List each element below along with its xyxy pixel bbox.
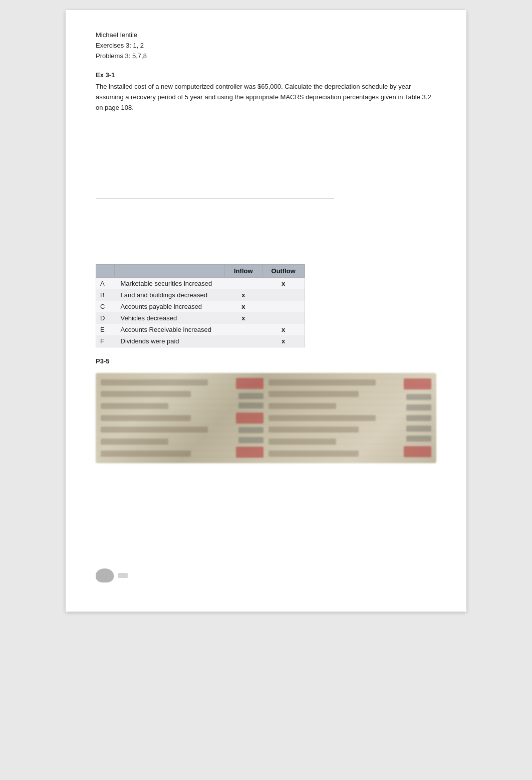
page: Michael Ientile Exercises 3: 1, 2 Proble… xyxy=(66,10,466,612)
table-header-row: Inflow Outflow xyxy=(96,264,305,277)
blurred-num-5 xyxy=(406,394,431,400)
bottom-icon xyxy=(96,568,114,582)
blurred-num-6 xyxy=(406,405,431,411)
bottom-icon-section xyxy=(96,568,436,582)
blurred-col-1 xyxy=(101,378,213,458)
col-inflow-header: Inflow xyxy=(225,264,262,277)
row-outflow xyxy=(262,301,305,312)
row-inflow: x xyxy=(225,312,262,324)
blurred-content xyxy=(96,373,436,463)
blurred-num-1 xyxy=(238,393,263,399)
cash-flow-table: Inflow Outflow AMarketable securities in… xyxy=(96,264,305,347)
col-letter-header xyxy=(96,264,115,277)
blurred-col-4 xyxy=(386,378,431,458)
blurred-num-7 xyxy=(406,415,431,421)
table-row: CAccounts payable increasedx xyxy=(96,301,305,312)
blurred-col-2 xyxy=(218,378,263,458)
row-letter: E xyxy=(96,324,115,335)
ex31-title: Ex 3-1 xyxy=(96,71,436,79)
col-outflow-header: Outflow xyxy=(262,264,305,277)
table-row: FDividends were paidx xyxy=(96,335,305,347)
row-inflow: x xyxy=(225,301,262,312)
blurred-row-6 xyxy=(101,439,168,445)
blank-space-1 xyxy=(96,123,436,153)
row-inflow xyxy=(225,277,262,289)
blurred-row-2 xyxy=(101,391,191,397)
red-box-1 xyxy=(236,378,263,389)
blurred-num-9 xyxy=(406,436,431,442)
blurred-num-8 xyxy=(406,426,431,432)
bottom-icon-text xyxy=(118,573,128,578)
row-inflow xyxy=(225,335,262,347)
spacer-4 xyxy=(96,239,436,254)
red-box-4 xyxy=(404,378,431,389)
row-description: Accounts Receivable increased xyxy=(115,324,225,335)
blurred-row-r1 xyxy=(269,379,376,385)
spacer-3 xyxy=(96,224,436,239)
blurred-row-r7 xyxy=(269,451,359,457)
header-info: Michael Ientile Exercises 3: 1, 2 Proble… xyxy=(96,30,436,61)
spacer-2 xyxy=(96,209,436,224)
table-row: EAccounts Receivable increasedx xyxy=(96,324,305,335)
row-letter: D xyxy=(96,312,115,324)
blurred-row-r2 xyxy=(269,391,359,397)
row-letter: B xyxy=(96,289,115,301)
row-description: Marketable securities increased xyxy=(115,277,225,289)
blurred-num-3 xyxy=(238,427,263,433)
row-letter: C xyxy=(96,301,115,312)
blurred-num-4 xyxy=(238,437,263,443)
row-inflow xyxy=(225,324,262,335)
table-row: BLand and buildings decreasedx xyxy=(96,289,305,301)
section-divider xyxy=(96,199,334,199)
red-box-3 xyxy=(236,447,263,458)
red-box-2 xyxy=(236,413,263,424)
blurred-row-r3 xyxy=(269,403,336,409)
red-box-5 xyxy=(404,446,431,457)
blurred-row-r6 xyxy=(269,439,336,445)
p35-label: P3-5 xyxy=(96,357,436,365)
spacer-bottom-3 xyxy=(96,533,436,563)
blurred-col-3 xyxy=(269,378,381,458)
cash-flow-table-section: Inflow Outflow AMarketable securities in… xyxy=(96,264,436,347)
ex31-body: The installed cost of a new computerized… xyxy=(96,82,436,113)
row-inflow: x xyxy=(225,289,262,301)
table-row: AMarketable securities increasedx xyxy=(96,277,305,289)
blurred-row-r5 xyxy=(269,427,359,433)
problems-label: Problems 3: 5,7,8 xyxy=(96,51,436,62)
blurred-num-2 xyxy=(238,403,263,409)
row-letter: F xyxy=(96,335,115,347)
row-outflow: x xyxy=(262,324,305,335)
row-description: Land and buildings decreased xyxy=(115,289,225,301)
blurred-table-image xyxy=(96,373,436,463)
row-letter: A xyxy=(96,277,115,289)
blank-space-2 xyxy=(96,153,436,183)
spacer-bottom-2 xyxy=(96,503,436,533)
row-outflow xyxy=(262,289,305,301)
spacer-bottom-1 xyxy=(96,473,436,503)
exercises-label: Exercises 3: 1, 2 xyxy=(96,41,436,51)
row-description: Accounts payable increased xyxy=(115,301,225,312)
row-outflow xyxy=(262,312,305,324)
row-description: Dividends were paid xyxy=(115,335,225,347)
author-name: Michael Ientile xyxy=(96,30,436,41)
blurred-row-3 xyxy=(101,403,168,409)
blurred-row-1 xyxy=(101,379,208,385)
blurred-row-4 xyxy=(101,415,191,421)
row-outflow: x xyxy=(262,277,305,289)
row-description: Vehicles decreased xyxy=(115,312,225,324)
row-outflow: x xyxy=(262,335,305,347)
blurred-row-r4 xyxy=(269,415,376,421)
col-description-header xyxy=(115,264,225,277)
table-row: DVehicles decreasedx xyxy=(96,312,305,324)
blurred-row-5 xyxy=(101,427,208,433)
ex31-section: Ex 3-1 The installed cost of a new compu… xyxy=(96,71,436,113)
blurred-row-7 xyxy=(101,451,191,457)
